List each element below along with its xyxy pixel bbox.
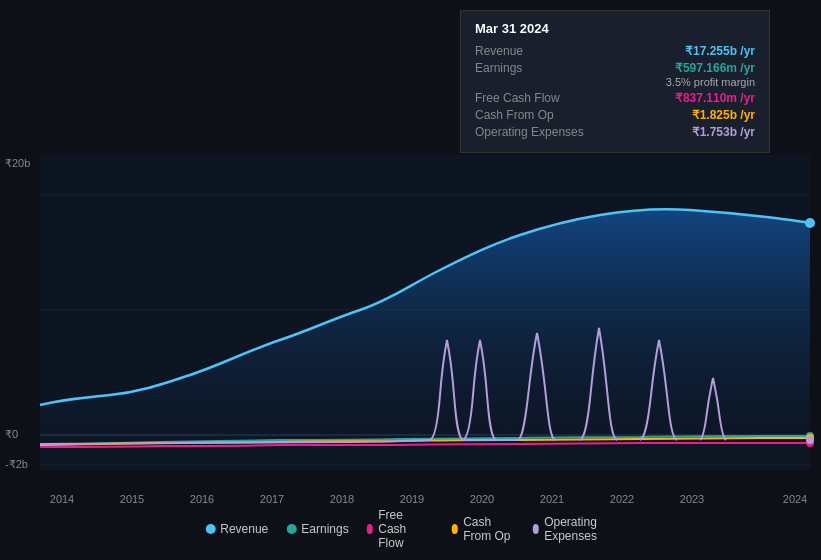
x-label-2014: 2014 bbox=[50, 493, 74, 505]
legend-item-revenue[interactable]: Revenue bbox=[205, 522, 268, 536]
tooltip-label-opex: Operating Expenses bbox=[475, 125, 584, 139]
tooltip-label-earnings: Earnings bbox=[475, 61, 522, 75]
legend-label-cashfromop: Cash From Op bbox=[463, 515, 514, 543]
legend-label-revenue: Revenue bbox=[220, 522, 268, 536]
x-label-2017: 2017 bbox=[260, 493, 284, 505]
svg-point-7 bbox=[805, 218, 815, 228]
tooltip-profit-margin: 3.5% profit margin bbox=[475, 76, 755, 88]
legend-dot-fcf bbox=[367, 524, 374, 534]
tooltip-label-revenue: Revenue bbox=[475, 44, 523, 58]
tooltip-row-opex: Operating Expenses ₹1.753b /yr bbox=[475, 125, 755, 139]
tooltip-title: Mar 31 2024 bbox=[475, 21, 755, 36]
x-label-2018: 2018 bbox=[330, 493, 354, 505]
tooltip-value-fcf: ₹837.110m /yr bbox=[675, 91, 755, 105]
legend-item-earnings[interactable]: Earnings bbox=[286, 522, 348, 536]
tooltip-value-cashfromop: ₹1.825b /yr bbox=[692, 108, 755, 122]
x-label-2015: 2015 bbox=[120, 493, 144, 505]
legend-label-fcf: Free Cash Flow bbox=[378, 508, 433, 550]
data-tooltip: Mar 31 2024 Revenue ₹17.255b /yr Earning… bbox=[460, 10, 770, 153]
legend-item-cashfromop[interactable]: Cash From Op bbox=[452, 515, 515, 543]
x-label-2024: 2024 bbox=[783, 493, 807, 505]
x-label-2020: 2020 bbox=[470, 493, 494, 505]
legend-dot-revenue bbox=[205, 524, 215, 534]
tooltip-label-fcf: Free Cash Flow bbox=[475, 91, 560, 105]
y-label-20b: ₹20b bbox=[5, 157, 30, 170]
legend-label-earnings: Earnings bbox=[301, 522, 348, 536]
legend-item-opex[interactable]: Operating Expenses bbox=[533, 515, 616, 543]
x-label-2021: 2021 bbox=[540, 493, 564, 505]
legend-dot-earnings bbox=[286, 524, 296, 534]
x-label-2023: 2023 bbox=[680, 493, 704, 505]
y-label-0: ₹0 bbox=[5, 428, 18, 441]
tooltip-row-earnings: Earnings ₹597.166m /yr bbox=[475, 61, 755, 75]
svg-point-11 bbox=[806, 436, 814, 444]
legend-dot-cashfromop bbox=[452, 524, 459, 534]
y-label-neg2b: -₹2b bbox=[5, 458, 28, 471]
tooltip-value-earnings: ₹597.166m /yr bbox=[675, 61, 755, 75]
chart-legend: Revenue Earnings Free Cash Flow Cash Fro… bbox=[205, 508, 616, 550]
tooltip-row-fcf: Free Cash Flow ₹837.110m /yr bbox=[475, 91, 755, 105]
tooltip-row-revenue: Revenue ₹17.255b /yr bbox=[475, 44, 755, 58]
chart-container: ₹20b ₹0 -₹2b 2014 2015 2016 2017 2018 20… bbox=[0, 0, 821, 560]
tooltip-value-revenue: ₹17.255b /yr bbox=[685, 44, 755, 58]
legend-item-fcf[interactable]: Free Cash Flow bbox=[367, 508, 434, 550]
legend-label-opex: Operating Expenses bbox=[544, 515, 616, 543]
legend-dot-opex bbox=[533, 524, 540, 534]
x-label-2019: 2019 bbox=[400, 493, 424, 505]
tooltip-value-opex: ₹1.753b /yr bbox=[692, 125, 755, 139]
x-label-2016: 2016 bbox=[190, 493, 214, 505]
x-label-2022: 2022 bbox=[610, 493, 634, 505]
tooltip-margin-text: 3.5% profit margin bbox=[666, 76, 755, 88]
tooltip-row-cashfromop: Cash From Op ₹1.825b /yr bbox=[475, 108, 755, 122]
tooltip-label-cashfromop: Cash From Op bbox=[475, 108, 554, 122]
